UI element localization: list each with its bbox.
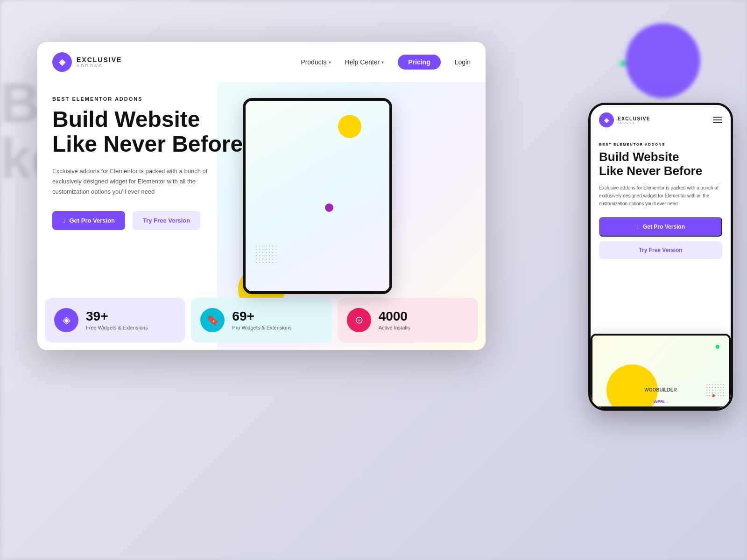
stat-num-installs: 4000 [379, 310, 410, 323]
logo-name: EXCLUSIVE [77, 56, 122, 63]
nav-login[interactable]: Login [455, 58, 471, 66]
stat-card-free-widgets: ◈ 39+ Free Widgets & Extensions [45, 298, 185, 343]
bg-purple-circle [626, 23, 700, 98]
mobile-hero: BEST ELEMENTOR ADDONS Build Website Like… [591, 135, 731, 276]
bg-green-dot [620, 61, 626, 66]
mobile-logo-name: EXCLUSIVE [618, 116, 650, 121]
download-icon: ↓ [63, 217, 66, 224]
hamburger-menu-icon[interactable] [713, 117, 722, 123]
mobile-hero-tag: BEST ELEMENTOR ADDONS [599, 142, 722, 147]
hero-description: Exclusive addons for Elementor is packed… [52, 166, 230, 197]
nav-products[interactable]: Products ▾ [301, 58, 331, 66]
preview-green-dot [716, 345, 719, 349]
tablet-inner [246, 101, 389, 291]
mobile-try-free-button[interactable]: Try Free Version [599, 241, 722, 259]
hero-title: Build Website Like Never Before [52, 107, 265, 157]
stat-icon-bookmark: 🔖 [200, 308, 225, 332]
products-chevron-icon: ▾ [329, 60, 331, 65]
mobile-hero-title: Build Website Like Never Before [599, 150, 722, 178]
preview-label: WOOBUILDER [644, 387, 677, 392]
stat-icon-target: ⊙ [347, 308, 371, 332]
stats-row: ◈ 39+ Free Widgets & Extensions 🔖 69+ Pr… [37, 298, 486, 350]
stat-label-free: Free Widgets & Extensions [86, 325, 148, 330]
tablet-yellow-circle [338, 115, 361, 138]
mobile-dots-decoration [705, 383, 724, 397]
mobile-hero-description: Exclusive addons for Elementor is packed… [599, 184, 722, 208]
stat-num-pro: 69+ [232, 310, 291, 323]
desktop-navbar: ◈ EXCLUSIVE ADDONS Products ▾ Help Cente… [37, 42, 486, 82]
mobile-logo-icon: ◈ [599, 112, 614, 127]
mobile-mockup: ◈ EXCLUSIVE ADDONS BEST ELEMENTOR ADDONS… [588, 103, 733, 411]
mobile-inner: ◈ EXCLUSIVE ADDONS BEST ELEMENTOR ADDONS… [591, 105, 731, 408]
desktop-card: ◈ EXCLUSIVE ADDONS Products ▾ Help Cente… [37, 42, 486, 350]
preview-yellow-circle [606, 364, 658, 408]
try-free-button[interactable]: Try Free Version [133, 211, 200, 230]
nav-help-center[interactable]: Help Center ▾ [345, 58, 384, 66]
stat-label-pro: Pro Widgets & Extensions [232, 325, 291, 330]
stat-card-installs: ⊙ 4000 Active Installs [338, 298, 478, 343]
nav-links: Products ▾ Help Center ▾ Pricing Login [301, 55, 471, 70]
stat-label-installs: Active Installs [379, 325, 410, 330]
mobile-logo: ◈ EXCLUSIVE ADDONS [599, 112, 650, 127]
logo: ◈ EXCLUSIVE ADDONS [52, 52, 122, 72]
hero-tag: BEST ELEMENTOR ADDONS [52, 96, 265, 102]
stat-num-free: 39+ [86, 310, 148, 323]
tablet-purple-circle [325, 203, 333, 212]
nav-pricing-button[interactable]: Pricing [398, 55, 440, 70]
stat-card-pro-widgets: 🔖 69+ Pro Widgets & Extensions [191, 298, 331, 343]
mobile-get-pro-button[interactable]: ↓ Get Pro Version [599, 217, 722, 237]
logo-sub: ADDONS [77, 63, 122, 68]
logo-icon: ◈ [52, 52, 72, 72]
logo-text: EXCLUSIVE ADDONS [77, 56, 122, 68]
stat-icon-diamond: ◈ [54, 308, 78, 332]
mobile-download-icon: ↓ [636, 224, 639, 230]
tablet-mockup [243, 98, 392, 294]
mobile-navbar: ◈ EXCLUSIVE ADDONS [591, 105, 731, 135]
hero-buttons: ↓ Get Pro Version Try Free Version [52, 211, 265, 230]
mobile-logo-sub: ADDONS [618, 121, 650, 124]
help-chevron-icon: ▾ [381, 60, 384, 65]
tablet-dots [255, 245, 278, 263]
preview-sub-label: WEBI... [654, 399, 668, 404]
mobile-bottom-preview: WOOBUILDER WEBI... [591, 334, 731, 408]
get-pro-button[interactable]: ↓ Get Pro Version [52, 211, 125, 230]
